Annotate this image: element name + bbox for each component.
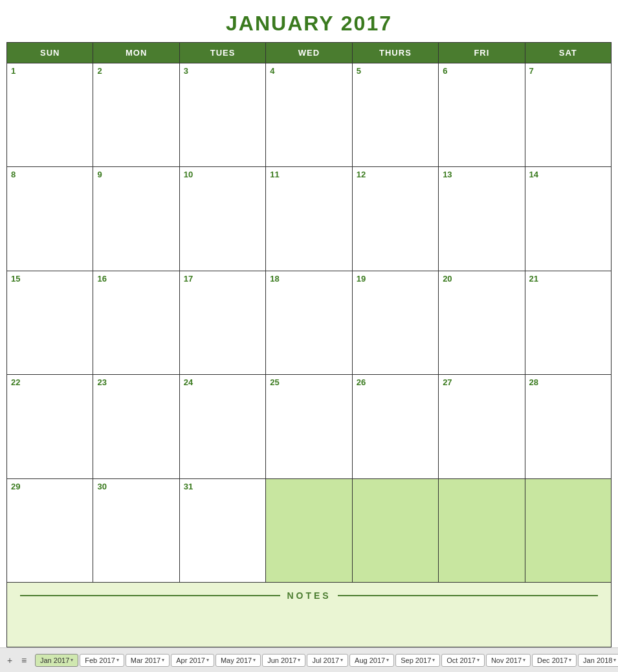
tab-add-button[interactable]: + bbox=[4, 655, 16, 666]
month-tab-mar-2017[interactable]: Mar 2017▾ bbox=[126, 654, 170, 667]
day-number: 16 bbox=[97, 274, 175, 284]
calendar-title: JANUARY 2017 bbox=[6, 6, 612, 42]
day-header-wed: WED bbox=[266, 43, 352, 63]
day-header-fri: FRI bbox=[439, 43, 525, 63]
day-number: 31 bbox=[184, 482, 261, 491]
week-row-1: 1234567 bbox=[7, 63, 612, 167]
day-cell[interactable]: 10 bbox=[180, 167, 266, 271]
chevron-down-icon: ▾ bbox=[569, 657, 571, 663]
day-header-sat: SAT bbox=[525, 43, 612, 63]
day-cell[interactable]: 20 bbox=[439, 271, 525, 375]
day-number: 17 bbox=[184, 274, 261, 284]
day-cell[interactable]: 11 bbox=[266, 167, 352, 271]
chevron-down-icon: ▾ bbox=[162, 657, 164, 663]
month-tab-jan-2018[interactable]: Jan 2018▾ bbox=[578, 654, 618, 667]
day-cell[interactable]: 25 bbox=[266, 375, 352, 478]
month-tab-oct-2017[interactable]: Oct 2017▾ bbox=[441, 654, 485, 667]
day-cell[interactable]: 1 bbox=[7, 63, 93, 167]
day-number: 28 bbox=[529, 377, 607, 387]
day-header-mon: MON bbox=[93, 43, 179, 63]
day-cell[interactable]: 30 bbox=[93, 479, 179, 583]
day-cell[interactable]: 3 bbox=[180, 63, 266, 167]
day-cell[interactable] bbox=[439, 479, 525, 583]
day-cell[interactable]: 27 bbox=[439, 375, 525, 478]
day-cell[interactable]: 14 bbox=[525, 167, 612, 271]
day-number: 23 bbox=[97, 377, 175, 387]
day-cell[interactable]: 7 bbox=[525, 63, 612, 167]
day-number: 5 bbox=[357, 66, 434, 76]
chevron-down-icon: ▾ bbox=[477, 657, 480, 663]
day-cell[interactable]: 12 bbox=[353, 167, 439, 271]
day-number: 6 bbox=[443, 66, 520, 76]
day-cell[interactable]: 17 bbox=[180, 271, 266, 375]
month-tab-may-2017[interactable]: May 2017▾ bbox=[215, 654, 261, 667]
day-cell[interactable]: 22 bbox=[7, 375, 93, 478]
month-tab-jul-2017[interactable]: Jul 2017▾ bbox=[307, 654, 348, 667]
day-number: 25 bbox=[270, 377, 348, 387]
chevron-down-icon: ▾ bbox=[298, 657, 300, 663]
day-cell[interactable]: 21 bbox=[525, 271, 612, 375]
day-cell[interactable]: 16 bbox=[93, 271, 179, 375]
day-cell[interactable]: 5 bbox=[353, 63, 439, 167]
day-cell[interactable]: 18 bbox=[266, 271, 352, 375]
day-number: 9 bbox=[97, 170, 175, 179]
day-cell[interactable]: 19 bbox=[353, 271, 439, 375]
chevron-down-icon: ▾ bbox=[71, 657, 73, 663]
tab-menu-button[interactable]: ≡ bbox=[18, 655, 30, 666]
day-cell[interactable]: 26 bbox=[353, 375, 439, 478]
day-cell[interactable]: 29 bbox=[7, 479, 93, 583]
day-number: 15 bbox=[11, 274, 89, 284]
tab-bar: + ≡ Jan 2017▾Feb 2017▾Mar 2017▾Apr 2017▾… bbox=[0, 647, 618, 672]
day-header-sun: SUN bbox=[7, 43, 93, 63]
calendar-grid: SUNMONTUESWEDTHURSFRISAT 123456789101112… bbox=[6, 42, 612, 647]
day-number: 4 bbox=[270, 66, 348, 76]
month-tab-feb-2017[interactable]: Feb 2017▾ bbox=[80, 654, 124, 667]
day-cell[interactable]: 4 bbox=[266, 63, 352, 167]
chevron-down-icon: ▾ bbox=[386, 657, 389, 663]
month-tab-sep-2017[interactable]: Sep 2017▾ bbox=[395, 654, 440, 667]
month-tab-jun-2017[interactable]: Jun 2017▾ bbox=[262, 654, 305, 667]
day-cell[interactable] bbox=[266, 479, 352, 583]
chevron-down-icon: ▾ bbox=[613, 657, 616, 663]
day-cell[interactable]: 2 bbox=[93, 63, 179, 167]
day-number: 30 bbox=[97, 482, 175, 491]
day-cell[interactable]: 6 bbox=[439, 63, 525, 167]
notes-line-left bbox=[20, 595, 280, 596]
chevron-down-icon: ▾ bbox=[253, 657, 256, 663]
day-cell[interactable]: 13 bbox=[439, 167, 525, 271]
day-cell[interactable]: 9 bbox=[93, 167, 179, 271]
week-row-3: 15161718192021 bbox=[7, 271, 612, 375]
day-number: 19 bbox=[357, 274, 434, 284]
month-tab-aug-2017[interactable]: Aug 2017▾ bbox=[349, 654, 394, 667]
chevron-down-icon: ▾ bbox=[432, 657, 435, 663]
month-tab-apr-2017[interactable]: Apr 2017▾ bbox=[171, 654, 214, 667]
day-cell[interactable]: 31 bbox=[180, 479, 266, 583]
day-number: 21 bbox=[529, 274, 607, 284]
day-cell[interactable] bbox=[353, 479, 439, 583]
weeks-container: 1234567891011121314151617181920212223242… bbox=[7, 63, 612, 583]
notes-section: NOTES bbox=[7, 583, 612, 647]
day-number: 7 bbox=[529, 66, 607, 76]
day-cell[interactable]: 8 bbox=[7, 167, 93, 271]
month-tab-dec-2017[interactable]: Dec 2017▾ bbox=[532, 654, 577, 667]
chevron-down-icon: ▾ bbox=[116, 657, 119, 663]
day-number: 1 bbox=[11, 66, 89, 76]
day-cell[interactable]: 15 bbox=[7, 271, 93, 375]
day-number: 3 bbox=[184, 66, 261, 76]
day-number: 26 bbox=[357, 377, 434, 387]
day-number: 22 bbox=[11, 377, 89, 387]
day-number: 20 bbox=[443, 274, 520, 284]
day-cell[interactable] bbox=[525, 479, 612, 583]
day-headers: SUNMONTUESWEDTHURSFRISAT bbox=[7, 43, 612, 63]
chevron-down-icon: ▾ bbox=[206, 657, 209, 663]
month-tab-jan-2017[interactable]: Jan 2017▾ bbox=[35, 654, 78, 667]
day-number: 13 bbox=[443, 170, 520, 179]
tab-controls: + ≡ bbox=[4, 655, 30, 666]
day-number: 24 bbox=[184, 377, 261, 387]
day-cell[interactable]: 23 bbox=[93, 375, 179, 478]
day-number: 8 bbox=[11, 170, 89, 179]
day-number: 18 bbox=[270, 274, 348, 284]
day-cell[interactable]: 28 bbox=[525, 375, 612, 478]
day-cell[interactable]: 24 bbox=[180, 375, 266, 478]
month-tab-nov-2017[interactable]: Nov 2017▾ bbox=[486, 654, 531, 667]
